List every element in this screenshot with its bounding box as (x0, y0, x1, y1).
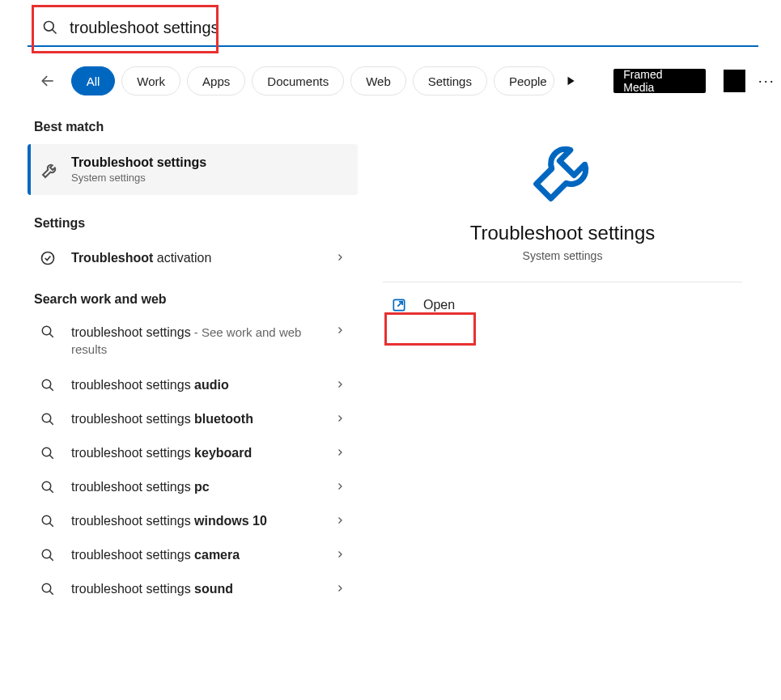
svg-line-6 (49, 333, 53, 337)
tab-all[interactable]: All (71, 66, 116, 95)
open-action[interactable]: Open (378, 282, 747, 328)
result-label: Troubleshoot activation (71, 251, 335, 265)
detail-subtitle: System settings (368, 249, 757, 262)
search-web-heading: Search work and web (28, 286, 358, 316)
svg-point-4 (42, 252, 54, 265)
checkmark-circle-icon (39, 250, 57, 266)
results-left-panel: Best match Troubleshoot settings System … (28, 113, 358, 606)
account-avatar[interactable] (724, 70, 746, 92)
web-result-item[interactable]: troubleshoot settings audio (28, 368, 358, 402)
tabs-scroll-right-button[interactable] (561, 66, 580, 95)
settings-result-troubleshoot-activation[interactable]: Troubleshoot activation (28, 240, 358, 276)
web-result-item[interactable]: troubleshoot settings keyboard (28, 436, 358, 470)
result-detail-panel: Troubleshoot settings System settings Op… (368, 113, 757, 328)
result-label: troubleshoot settings audio (71, 378, 335, 392)
result-label: troubleshoot settings bluetooth (71, 412, 335, 426)
wrench-icon (528, 138, 597, 207)
search-bar[interactable] (28, 10, 758, 47)
detail-title: Troubleshoot settings (368, 222, 757, 244)
svg-point-0 (45, 22, 54, 32)
result-label: troubleshoot settings keyboard (71, 446, 335, 460)
open-label: Open (423, 298, 455, 312)
best-match-subtitle: System settings (71, 172, 206, 184)
tab-people[interactable]: People (494, 66, 554, 95)
more-options-button[interactable]: ··· (752, 66, 781, 95)
result-label: troubleshoot settings windows 10 (71, 514, 335, 528)
search-icon (39, 378, 57, 392)
search-icon (39, 325, 57, 339)
settings-heading: Settings (28, 210, 358, 240)
svg-line-20 (49, 591, 53, 595)
search-input[interactable] (58, 19, 758, 37)
svg-point-9 (42, 414, 51, 422)
svg-line-14 (49, 489, 53, 493)
result-label: troubleshoot settings sound (71, 582, 335, 596)
ellipsis-icon: ··· (758, 73, 775, 90)
tab-apps[interactable]: Apps (187, 66, 245, 95)
wrench-icon (40, 160, 60, 180)
tab-settings[interactable]: Settings (413, 66, 487, 95)
svg-line-16 (49, 523, 53, 527)
web-result-item[interactable]: troubleshoot settings bluetooth (28, 402, 358, 436)
chevron-right-icon (335, 583, 350, 596)
filter-tabs-row: All Work Apps Documents Web Settings Peo… (34, 65, 781, 97)
chevron-right-icon (335, 252, 350, 265)
tab-documents[interactable]: Documents (252, 66, 344, 95)
tab-web[interactable]: Web (350, 66, 406, 95)
search-icon (39, 412, 57, 426)
svg-line-12 (49, 455, 53, 459)
best-match-heading: Best match (28, 113, 358, 144)
open-external-icon (391, 297, 407, 313)
web-result-item[interactable]: troubleshoot settings pc (28, 470, 358, 504)
search-icon (39, 582, 57, 596)
result-label: troubleshoot settings pc (71, 480, 335, 494)
chevron-right-icon (335, 549, 350, 562)
search-icon (39, 446, 57, 460)
arrow-left-icon (40, 73, 56, 89)
web-result-item[interactable]: troubleshoot settings camera (28, 538, 358, 572)
svg-point-19 (42, 583, 51, 592)
search-icon (42, 19, 58, 36)
tab-work[interactable]: Work (121, 66, 180, 95)
framed-media-badge[interactable]: Framed Media (613, 69, 705, 93)
search-icon (39, 480, 57, 494)
svg-point-11 (42, 448, 51, 456)
triangle-right-icon (565, 75, 576, 87)
chevron-right-icon (335, 481, 350, 494)
web-result-item[interactable]: troubleshoot settings sound (28, 572, 358, 606)
chevron-right-icon (335, 325, 350, 337)
svg-point-13 (42, 482, 51, 490)
chevron-right-icon (335, 379, 350, 392)
svg-line-10 (49, 421, 53, 425)
svg-point-7 (42, 380, 51, 388)
web-result-item[interactable]: troubleshoot settings windows 10 (28, 504, 358, 538)
chevron-right-icon (335, 515, 350, 528)
svg-line-18 (49, 557, 53, 561)
search-icon (39, 548, 57, 562)
result-label: troubleshoot settings - See work and web… (71, 325, 335, 358)
svg-point-17 (42, 549, 51, 558)
svg-line-1 (53, 30, 57, 34)
chevron-right-icon (335, 413, 350, 426)
svg-point-15 (42, 515, 51, 524)
result-label: troubleshoot settings camera (71, 548, 335, 562)
svg-marker-3 (567, 77, 574, 86)
best-match-result[interactable]: Troubleshoot settings System settings (28, 144, 358, 195)
web-result-item[interactable]: troubleshoot settings - See work and web… (28, 316, 358, 368)
best-match-title: Troubleshoot settings (71, 155, 206, 170)
svg-line-8 (49, 387, 53, 391)
chevron-right-icon (335, 447, 350, 460)
back-button[interactable] (34, 67, 62, 95)
search-icon (39, 514, 57, 528)
svg-point-5 (42, 326, 51, 335)
